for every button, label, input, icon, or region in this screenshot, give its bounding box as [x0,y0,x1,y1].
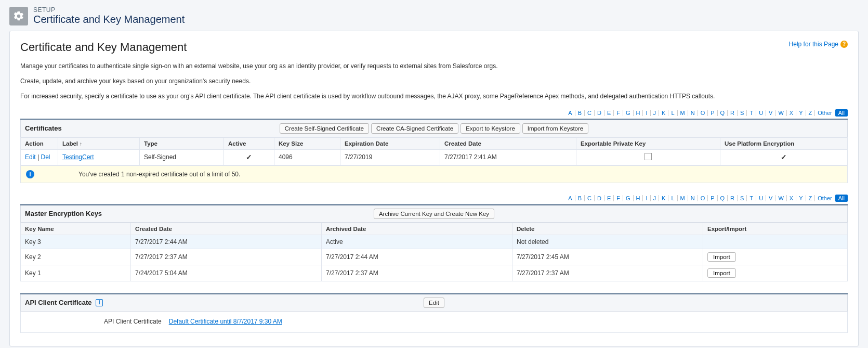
alpha-filter-o[interactable]: O [698,195,708,201]
alpha-filter-l[interactable]: L [668,110,677,116]
alpha-filter-i[interactable]: I [643,110,650,116]
alpha-filter-t[interactable]: T [747,195,756,201]
alpha-filter-a[interactable]: A [565,110,575,116]
cert-active: ✓ [224,149,274,165]
alpha-filter-b[interactable]: B [575,195,585,201]
alpha-filter-s[interactable]: S [738,195,747,201]
alpha-filter-d[interactable]: D [595,110,604,116]
alpha-filter-b[interactable]: B [575,110,585,116]
alpha-filter-c[interactable]: C [585,195,595,201]
key-archived: 7/27/2017 2:37 AM [322,265,512,281]
col-created: Created Date [440,137,576,149]
import-button[interactable]: Import [707,268,736,278]
keys-section-title: Master Encryption Keys [25,210,264,217]
export-keystore-button[interactable]: Export to Keystore [461,123,520,134]
alpha-filter-m[interactable]: M [678,195,688,201]
alpha-filter-w[interactable]: W [775,110,786,116]
table-row: Key 27/27/2017 2:37 AM7/27/2017 2:44 AM7… [21,249,848,265]
sort-asc-icon: ↑ [80,141,82,147]
alpha-filter-n[interactable]: N [688,195,698,201]
alpha-filter-s[interactable]: S [738,110,747,116]
alpha-filter-f[interactable]: F [614,195,623,201]
edit-link[interactable]: Edit [25,153,36,161]
info-square-icon[interactable]: i [96,299,103,306]
alpha-filter-all[interactable]: All [835,195,848,202]
archive-key-button[interactable]: Archive Current Key and Create New Key [374,209,494,219]
key-name: Key 2 [21,249,131,265]
alpha-filter-j[interactable]: J [651,110,660,116]
alpha-filter-l[interactable]: L [668,195,677,201]
cert-label-link[interactable]: TestingCert [62,153,94,161]
alpha-filter-other[interactable]: Other [815,195,835,201]
alpha-filter-v[interactable]: V [766,110,775,116]
alpha-filter-all[interactable]: All [835,109,848,117]
alpha-filter-f[interactable]: F [614,110,623,116]
alpha-filter-g[interactable]: G [623,110,634,116]
alpha-filter-u[interactable]: U [756,110,766,116]
key-delete: Not deleted [512,235,703,249]
key-name: Key 1 [21,265,131,281]
alpha-filter-r[interactable]: R [728,110,738,116]
page-title: Certificate and Key Management [20,41,848,54]
alpha-filter-x[interactable]: X [787,110,796,116]
alpha-filter-p[interactable]: P [708,110,717,116]
col-label[interactable]: Label↑ [58,137,140,149]
alpha-filter-o[interactable]: O [698,110,708,116]
import-keystore-button[interactable]: Import from Keystore [522,123,588,134]
alpha-filter-w[interactable]: W [775,195,786,201]
info-icon: i [26,170,34,178]
alpha-filter-other[interactable]: Other [815,110,835,116]
alpha-filter-row: ABCDEFGHIJKLMNOPQRSTUVWXYZOtherAll [20,195,848,202]
alpha-filter-g[interactable]: G [623,195,634,201]
key-export-cell: Import [703,265,848,281]
alpha-filter-n[interactable]: N [688,110,698,116]
alpha-filter-u[interactable]: U [756,195,766,201]
alpha-filter-d[interactable]: D [595,195,604,201]
alpha-filter-k[interactable]: K [659,110,668,116]
main-card: Help for this Page ? Certificate and Key… [9,31,859,346]
del-link[interactable]: Del [41,153,50,161]
create-self-signed-button[interactable]: Create Self-Signed Certificate [280,123,369,134]
alpha-filter-h[interactable]: H [634,110,643,116]
alpha-filter-z[interactable]: Z [806,110,816,116]
alpha-filter-m[interactable]: M [678,110,688,116]
api-client-cert-label: API Client Certificate [104,318,162,325]
alpha-filter-v[interactable]: V [766,195,775,201]
alpha-filter-z[interactable]: Z [806,195,816,201]
alpha-filter-e[interactable]: E [604,110,614,116]
certificates-info-bar: i You've created 1 non-expired certifica… [20,165,848,183]
help-link[interactable]: Help for this Page ? [789,41,848,48]
keys-table: Key Name Created Date Archived Date Dele… [20,223,848,281]
alpha-filter-r[interactable]: R [728,195,738,201]
alpha-filter-k[interactable]: K [659,195,668,201]
page-desc-2: Create, update, and archive your keys ba… [20,76,848,86]
header-eyebrow: SETUP [33,6,185,14]
header-title: Certificate and Key Management [33,14,185,25]
alpha-filter-a[interactable]: A [565,195,575,201]
import-button[interactable]: Import [707,252,736,262]
alpha-filter-row: ABCDEFGHIJKLMNOPQRSTUVWXYZOtherAll [20,109,848,117]
cert-key-size: 4096 [274,149,340,165]
key-archived: Active [322,235,512,249]
api-client-cert-link[interactable]: Default Certificate until 8/7/2017 9:30 … [169,318,282,325]
alpha-filter-e[interactable]: E [604,195,614,201]
alpha-filter-y[interactable]: Y [796,110,806,116]
alpha-filter-t[interactable]: T [747,110,756,116]
key-delete: 7/27/2017 2:37 AM [512,265,703,281]
alpha-filter-j[interactable]: J [651,195,660,201]
alpha-filter-x[interactable]: X [787,195,796,201]
alpha-filter-i[interactable]: I [643,195,650,201]
alpha-filter-c[interactable]: C [585,110,595,116]
alpha-filter-p[interactable]: P [708,195,717,201]
alpha-filter-y[interactable]: Y [796,195,806,201]
key-name: Key 3 [21,235,131,249]
key-export-cell: Import [703,249,848,265]
api-edit-button[interactable]: Edit [424,298,444,308]
create-ca-signed-button[interactable]: Create CA-Signed Certificate [371,123,458,134]
setup-header: SETUP Certificate and Key Management [0,0,868,31]
cert-platform-enc: ✓ [720,149,848,165]
alpha-filter-q[interactable]: Q [718,110,728,116]
page-desc-1: Manage your certificates to authenticate… [20,61,848,71]
alpha-filter-h[interactable]: H [634,195,643,201]
alpha-filter-q[interactable]: Q [718,195,728,201]
